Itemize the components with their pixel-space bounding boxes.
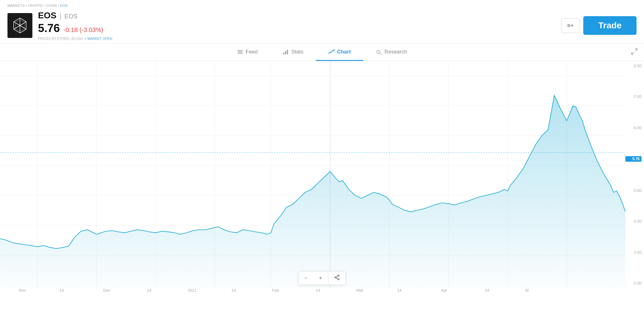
svg-point-34 (338, 279, 339, 280)
header: MARKETS / CRYPTO / COINS / EOS EOS (0, 0, 644, 44)
market-status: MARKET OPEN (85, 37, 112, 40)
ticker-price: 5.76 (38, 22, 60, 35)
ticker-price-row: 5.76 -0.18 (-3.03%) (38, 22, 112, 35)
x-label-dec: Dec (103, 288, 110, 293)
tab-chart[interactable]: Chart (316, 44, 363, 61)
tab-research[interactable]: Research (363, 44, 420, 61)
svg-line-36 (336, 276, 338, 277)
x-label-14-4: 14 (316, 288, 320, 293)
svg-line-37 (336, 278, 338, 279)
tab-stats[interactable]: Stats (270, 44, 316, 61)
y-label-5: 5.00 (625, 188, 642, 193)
y-label-6: 6.00 (625, 125, 642, 130)
x-label-apr: Apr (441, 288, 447, 293)
x-label-nov: Nov (19, 288, 26, 293)
tabs-bar: Feed Stats Chart Research (0, 44, 644, 61)
svg-line-15 (632, 52, 634, 54)
x-label-14-5: 14 (397, 288, 401, 293)
svg-rect-8 (283, 53, 284, 54)
x-label-14-3: 14 (231, 288, 236, 293)
trade-button[interactable]: Trade (583, 16, 637, 35)
ticker-left: EOS | EOS 5.76 -0.18 (-3.03%) PRICES BY … (7, 11, 112, 40)
y-label-7: 7.00 (625, 94, 642, 99)
ticker-change: -0.18 (-3.03%) (64, 26, 103, 34)
expand-icon (631, 48, 638, 55)
breadcrumb: MARKETS / CRYPTO / COINS / EOS (7, 4, 637, 7)
chart-icon (328, 49, 334, 55)
y-label-current: 5.76 (625, 156, 642, 162)
ticker-symbol: EOS (38, 11, 56, 21)
zoom-controls: − + (298, 271, 346, 285)
x-axis: Nov 14 Dec 14 2021 14 Feb 14 Mar 14 Apr … (0, 288, 625, 300)
ticker-info: EOS | EOS 5.76 -0.18 (-3.03%) PRICES BY … (38, 11, 112, 40)
svg-point-35 (335, 277, 336, 278)
svg-rect-6 (238, 52, 243, 53)
share-icon (334, 275, 340, 280)
eos-logo (7, 13, 32, 38)
zoom-out-button[interactable]: − (299, 272, 313, 285)
y-label-8: 8.00 (625, 63, 642, 68)
tab-chart-label: Chart (337, 49, 351, 55)
svg-rect-7 (238, 53, 243, 54)
breadcrumb-eos[interactable]: EOS (60, 4, 68, 7)
x-label-m: M (525, 288, 529, 293)
svg-line-14 (635, 49, 637, 51)
svg-rect-9 (285, 51, 286, 54)
chart-area: 8.00 7.00 6.00 5.76 5.00 4.00 3.00 2.00 … (0, 61, 644, 300)
svg-point-33 (338, 275, 339, 276)
breadcrumb-crypto[interactable]: CRYPTO (28, 4, 42, 7)
research-icon (376, 49, 382, 55)
x-label-14-1: 14 (59, 288, 64, 293)
x-label-mar: Mar (357, 288, 363, 293)
ticker-actions: ≡+ Trade (561, 16, 637, 35)
watchlist-icon: ≡+ (567, 22, 574, 29)
svg-rect-5 (238, 50, 243, 51)
zoom-in-button[interactable]: + (314, 272, 328, 285)
x-label-2021: 2021 (187, 288, 197, 293)
breadcrumb-coins[interactable]: COINS (46, 4, 57, 7)
y-label-3: 3.00 (625, 250, 642, 255)
svg-point-12 (378, 52, 379, 53)
y-label-2: 2.00 (625, 281, 642, 285)
price-chart (0, 61, 625, 288)
x-label-feb: Feb (272, 288, 279, 293)
ticker-meta: PRICES BY ETORO, IN USD MARKET OPEN (38, 37, 112, 40)
y-axis: 8.00 7.00 6.00 5.76 5.00 4.00 3.00 2.00 (625, 61, 644, 288)
svg-line-13 (380, 53, 381, 54)
watchlist-button[interactable]: ≡+ (561, 18, 580, 33)
ticker-code: EOS (64, 13, 78, 20)
svg-rect-10 (287, 50, 288, 54)
ticker-name-row: EOS | EOS (38, 11, 112, 21)
expand-button[interactable] (631, 48, 638, 57)
breadcrumb-markets[interactable]: MARKETS (7, 4, 25, 7)
x-label-14-2: 14 (147, 288, 151, 293)
tab-feed-label: Feed (246, 49, 258, 55)
feed-icon (237, 49, 243, 55)
chart-fill (0, 95, 625, 288)
tab-feed[interactable]: Feed (225, 44, 270, 61)
y-label-4: 4.00 (625, 219, 642, 224)
ticker-row: EOS | EOS 5.76 -0.18 (-3.03%) PRICES BY … (7, 11, 637, 40)
share-button[interactable] (328, 272, 345, 285)
x-label-14-6: 14 (485, 288, 489, 293)
tab-stats-label: Stats (291, 49, 303, 55)
eos-logo-svg (11, 17, 29, 34)
stats-icon (282, 49, 289, 55)
tab-research-label: Research (385, 49, 407, 55)
